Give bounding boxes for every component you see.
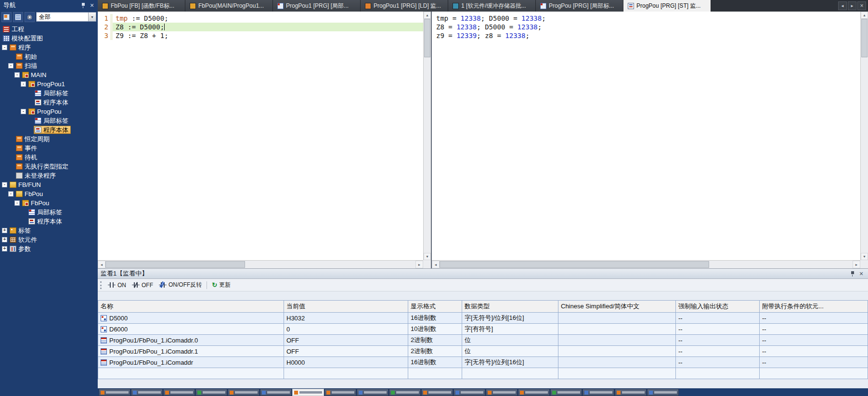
scroll-right-icon[interactable] bbox=[853, 261, 860, 268]
scroll-right-icon[interactable] bbox=[415, 261, 423, 268]
chevron-down-icon[interactable] bbox=[88, 13, 96, 21]
force-on-button[interactable]: ON bbox=[105, 281, 129, 290]
window-mini-tab[interactable] bbox=[357, 389, 389, 396]
window-mini-tab[interactable] bbox=[99, 389, 130, 396]
close-icon[interactable] bbox=[88, 1, 96, 9]
tree-item[interactable]: 局部标签 bbox=[0, 89, 98, 98]
tree-item[interactable]: 程序本体 bbox=[0, 217, 98, 226]
code-line[interactable]: 2Z8 := D5000; bbox=[98, 23, 423, 31]
tree-collapse-toggle[interactable]: - bbox=[14, 72, 20, 78]
scrollbar-thumb[interactable] bbox=[861, 19, 868, 57]
close-document-icon[interactable] bbox=[857, 1, 866, 10]
window-mini-tab[interactable] bbox=[228, 389, 259, 396]
tree-item[interactable]: 程序本体 bbox=[0, 125, 98, 134]
tree-collapse-toggle[interactable]: - bbox=[2, 182, 7, 187]
tree-item[interactable]: 无执行类型指定 bbox=[0, 162, 98, 171]
tree-collapse-toggle[interactable]: - bbox=[14, 200, 20, 206]
tree-collapse-toggle[interactable]: - bbox=[21, 109, 26, 114]
on-off-invert-button[interactable]: ON/OFF反转 bbox=[156, 280, 204, 290]
document-tab[interactable]: ProgPou1 [PRG] [局部... bbox=[273, 0, 361, 12]
close-icon[interactable] bbox=[857, 270, 865, 277]
column-header[interactable]: 强制输入输出状态 bbox=[676, 301, 760, 313]
monitor-vertical-scrollbar[interactable] bbox=[860, 12, 868, 260]
column-header[interactable]: 名称 bbox=[98, 301, 284, 313]
window-mini-tab[interactable] bbox=[647, 389, 679, 396]
tree-collapse-toggle[interactable]: - bbox=[2, 45, 7, 50]
scroll-left-icon[interactable] bbox=[98, 261, 105, 268]
tree-item[interactable]: 事件 bbox=[0, 144, 98, 153]
pin-icon[interactable] bbox=[849, 270, 856, 277]
column-header[interactable]: 数据类型 bbox=[462, 301, 558, 313]
tree-expand-toggle[interactable]: + bbox=[2, 237, 7, 242]
column-header[interactable]: 显示格式 bbox=[408, 301, 462, 313]
document-tab[interactable]: FbPou(MAIN/ProgPou1... bbox=[185, 0, 273, 12]
display-mode-button[interactable] bbox=[1, 12, 12, 22]
tree-expand-toggle[interactable]: + bbox=[2, 228, 7, 233]
tree-item[interactable]: -FbPou bbox=[0, 198, 98, 208]
tree-item[interactable]: -FbPou bbox=[0, 189, 98, 198]
st-code-pane[interactable]: 1tmp := D5000;2Z8 := D5000;3Z9 := Z8 + 1… bbox=[98, 12, 431, 268]
document-tab[interactable]: 1 [软元件/缓冲存储器批... bbox=[448, 0, 536, 12]
monitor-pane[interactable]: tmp = 12338; D5000 = 12338;Z8 = 12338; D… bbox=[432, 12, 868, 268]
tree-collapse-toggle[interactable]: - bbox=[8, 63, 13, 68]
window-mini-tab[interactable] bbox=[615, 389, 647, 396]
window-mini-tab[interactable] bbox=[583, 389, 614, 396]
tree-item[interactable]: 待机 bbox=[0, 153, 98, 162]
window-mini-tab[interactable] bbox=[324, 389, 356, 396]
scrollbar-thumb[interactable] bbox=[424, 19, 430, 57]
column-header[interactable]: 附带执行条件的软元... bbox=[760, 301, 868, 313]
force-off-button[interactable]: OFF bbox=[130, 281, 155, 290]
document-tab[interactable]: ProgPou1 [PRG] [LD] 监... bbox=[361, 0, 448, 12]
scroll-up-icon[interactable] bbox=[424, 12, 431, 19]
tree-collapse-toggle[interactable]: - bbox=[21, 81, 26, 87]
tree-item[interactable]: 模块配置图 bbox=[0, 34, 98, 43]
document-tab[interactable]: FbPou [FB] [函数/FB标... bbox=[98, 0, 185, 12]
watch-row[interactable]: ProgPou1/FbPou_1.iComaddr.1OFF2进制数位---- bbox=[98, 346, 868, 357]
tree-item[interactable]: 程序本体 bbox=[0, 98, 98, 107]
tree-item[interactable]: 局部标签 bbox=[0, 116, 98, 125]
watch-empty-row[interactable] bbox=[98, 368, 868, 379]
scroll-down-icon[interactable] bbox=[861, 253, 868, 260]
tree-item[interactable]: 初始 bbox=[0, 52, 98, 61]
tree-expand-toggle[interactable]: + bbox=[2, 246, 7, 251]
code-horizontal-scrollbar[interactable] bbox=[98, 260, 423, 268]
window-mini-tab[interactable] bbox=[292, 389, 324, 396]
tree-item[interactable]: +参数 bbox=[0, 244, 98, 253]
scrollbar-thumb[interactable] bbox=[440, 261, 709, 268]
tree-item[interactable]: +标签 bbox=[0, 226, 98, 235]
monitor-horizontal-scrollbar[interactable] bbox=[432, 260, 860, 268]
update-button[interactable]: 更新 bbox=[209, 280, 233, 290]
code-line[interactable]: 3Z9 := Z8 + 1; bbox=[98, 31, 423, 40]
scroll-down-icon[interactable] bbox=[424, 253, 431, 260]
watch-row[interactable]: ProgPou1/FbPou_1.iComaddrH000016进制数字[无符号… bbox=[98, 357, 868, 368]
tree-collapse-toggle[interactable]: - bbox=[8, 191, 13, 197]
tree-options-button[interactable] bbox=[13, 12, 23, 22]
document-tab[interactable]: ProgPou [PRG] [局部标... bbox=[536, 0, 623, 12]
window-mini-tab[interactable] bbox=[163, 389, 195, 396]
window-mini-tab[interactable] bbox=[550, 389, 582, 396]
scroll-up-icon[interactable] bbox=[861, 12, 868, 19]
scrollbar-thumb[interactable] bbox=[105, 261, 245, 268]
column-header[interactable]: Chinese Simplified/简体中文 bbox=[558, 301, 676, 313]
scroll-left-icon[interactable] bbox=[432, 261, 440, 268]
window-mini-tab[interactable] bbox=[453, 389, 485, 396]
tree-item[interactable]: 恒定周期 bbox=[0, 134, 98, 144]
watch-row[interactable]: ProgPou1/FbPou_1.iComaddr.0OFF2进制数位---- bbox=[98, 335, 868, 346]
tree-item[interactable]: 局部标签 bbox=[0, 208, 98, 217]
tree-item[interactable]: -MAIN bbox=[0, 70, 98, 79]
window-mini-tab[interactable] bbox=[518, 389, 550, 396]
watch-row[interactable]: D5000H303216进制数字[无符号]/位列[16位]---- bbox=[98, 313, 868, 324]
watch-row[interactable]: D6000010进制数字[有符号]---- bbox=[98, 324, 868, 335]
code-vertical-scrollbar[interactable] bbox=[423, 12, 431, 260]
window-mini-tab[interactable] bbox=[389, 389, 421, 396]
tree-item[interactable]: 工程 bbox=[0, 25, 98, 34]
scroll-tabs-right-icon[interactable] bbox=[848, 1, 856, 10]
window-mini-tab[interactable] bbox=[131, 389, 163, 396]
window-mini-tab[interactable] bbox=[421, 389, 453, 396]
scroll-tabs-left-icon[interactable] bbox=[838, 1, 847, 10]
window-mini-tab[interactable] bbox=[260, 389, 292, 396]
tree-item[interactable]: 未登录程序 bbox=[0, 171, 98, 180]
tree-item[interactable]: -扫描 bbox=[0, 61, 98, 70]
window-mini-tab[interactable] bbox=[486, 389, 518, 396]
pin-icon[interactable] bbox=[79, 1, 87, 9]
